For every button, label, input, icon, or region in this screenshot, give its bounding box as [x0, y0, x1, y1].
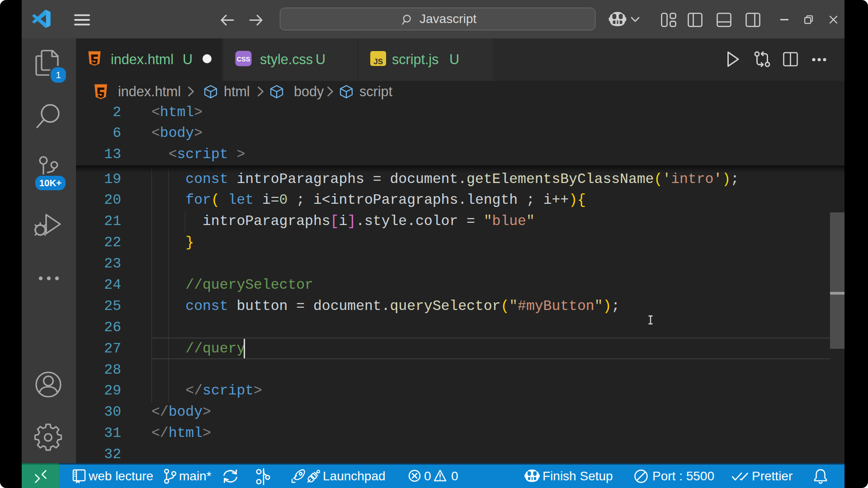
svg-text:CSS: CSS — [237, 56, 250, 63]
svg-text:JS: JS — [373, 57, 383, 66]
